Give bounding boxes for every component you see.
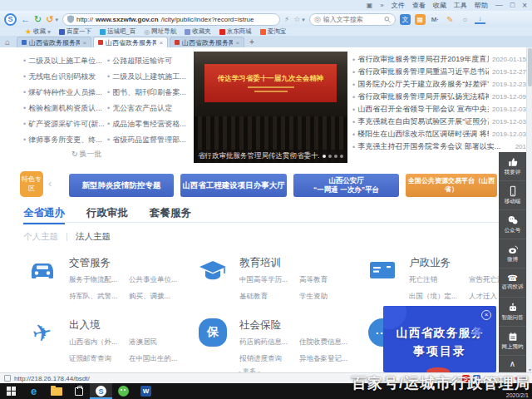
vertical-scrollbar[interactable]: ▾ xyxy=(526,47,532,372)
news-item[interactable]: •省行政审批服务管理局重温习近平总书记“...2019-12-27 xyxy=(352,66,526,78)
download-icon[interactable]: ↓ xyxy=(475,15,485,24)
quick-link[interactable]: •煤矿特种作业人员操... xyxy=(23,87,107,98)
menu-help[interactable]: 帮助 xyxy=(475,1,488,10)
category-link[interactable]: 证照邮寄查询 xyxy=(69,354,127,364)
subject-personal[interactable]: 个人主题 xyxy=(23,231,58,243)
sidebar-qa-button[interactable]: 智能问答 xyxy=(499,298,526,327)
quick-link[interactable]: •图书、期刊印刷备案... xyxy=(107,87,191,98)
start-button[interactable] xyxy=(0,383,22,399)
category-link[interactable]: 异地备案登记... xyxy=(299,354,347,364)
bookmark-baidu[interactable]: 百度一下 xyxy=(59,27,91,36)
category-link[interactable]: 公共事业单位... xyxy=(129,275,177,285)
extensions-icon[interactable]: M· xyxy=(430,14,441,25)
quick-link[interactable]: •无公害农产品认定 xyxy=(107,103,191,114)
category-link[interactable]: 学生资助 xyxy=(299,292,328,302)
category-title[interactable]: 社会保险 xyxy=(239,318,281,332)
quick-link[interactable]: •成品油零售经营资格... xyxy=(107,119,191,130)
category-link[interactable]: 中国高等学历... xyxy=(239,275,298,285)
bookmark-folder[interactable]: 收藏夹 xyxy=(185,27,211,36)
category-link[interactable]: 港澳居民 xyxy=(129,337,177,347)
speed-mode-icon[interactable]: ⚡ xyxy=(284,15,289,23)
taskbar-edge[interactable]: e xyxy=(22,383,45,399)
screenshot-pen-icon[interactable]: ✎ xyxy=(445,14,456,25)
quick-link[interactable]: •省级药品监督管理部... xyxy=(107,135,191,145)
news-item[interactable]: •李克强主持召开国务院常务会议 部署以实...201 xyxy=(352,140,526,153)
tab-zwfw-active[interactable]: 山西省政务服务网 × xyxy=(93,37,168,47)
quick-link[interactable]: •律师事务所变更、终... xyxy=(23,135,107,145)
quick-link[interactable]: •二级及以上建筑施工... xyxy=(107,71,191,82)
sidebar-weibo-button[interactable]: 微博 xyxy=(499,239,526,268)
search-icon[interactable] xyxy=(384,16,391,23)
category-link[interactable]: 高等教育 xyxy=(299,275,328,285)
account-icon[interactable]: ○ xyxy=(460,14,470,25)
popup-close-icon[interactable]: × xyxy=(481,310,491,320)
undo-close-button[interactable]: ↺ xyxy=(46,15,53,24)
banner-police-platform[interactable]: 山西公安厅“一网通 一次办”平台 xyxy=(293,174,399,197)
menu-favorites[interactable]: 收藏 xyxy=(433,1,446,10)
taskbar-wechat[interactable] xyxy=(112,383,135,399)
sidebar-wechat-button[interactable]: 公众号 xyxy=(499,210,526,239)
taskbar-explorer[interactable] xyxy=(45,383,67,399)
banner-construction-hall[interactable]: 山西省工程建设项目办事大厅 xyxy=(180,174,287,197)
close-button[interactable]: × xyxy=(522,2,527,9)
bookmark-yunchengba[interactable]: 运城吧_百 xyxy=(100,27,135,36)
back-button[interactable]: ← xyxy=(21,15,30,24)
quick-link[interactable]: •矿产资源采矿许可(新... xyxy=(23,119,107,130)
search-box[interactable]: ◎ xyxy=(309,13,396,26)
category-title[interactable]: 出入境 xyxy=(69,318,101,332)
news-item[interactable]: •省行政审批服务管理局开展弘扬宪法精神主...2019-12-09 xyxy=(352,91,526,103)
bookmark-taobao[interactable]: 爱淘宝 xyxy=(260,27,287,36)
category-link[interactable]: 住院收费信息... xyxy=(299,337,347,347)
menu-file[interactable]: 文件 xyxy=(392,1,405,10)
special-zone-badge[interactable]: 特色专区 xyxy=(20,171,43,197)
news-item[interactable]: •省行政审批服务管理局召开2019年度直属...2020-01-15 xyxy=(352,53,526,66)
new-tab-button[interactable]: + xyxy=(249,37,254,47)
scroll-down-icon[interactable]: ▾ xyxy=(527,367,532,372)
quick-link[interactable]: •公路超限运输许可 xyxy=(107,56,191,66)
translate-icon[interactable]: 文 xyxy=(400,14,411,25)
category-link[interactable]: 出国（境）定... xyxy=(409,292,467,302)
bookmark-jd[interactable]: 京东商城 xyxy=(219,27,252,36)
bookmark-favorites[interactable]: ★收藏▾ xyxy=(25,27,51,36)
carousel-dots[interactable] xyxy=(323,155,343,158)
taskbar-store[interactable] xyxy=(67,383,90,399)
search-input[interactable] xyxy=(323,16,382,23)
quick-link[interactable]: •无线电台识别码核发 xyxy=(23,71,107,82)
reading-mode-icon[interactable]: ▦ xyxy=(415,14,426,25)
sidebar-back-to-top-button[interactable]: ∧ xyxy=(499,356,526,372)
sogou-logo-icon[interactable]: S xyxy=(4,13,17,26)
tab-zwfw-login[interactable]: 山西省政务服务网统一... × xyxy=(170,37,244,47)
news-item[interactable]: •李克强就在自由贸易试验区开展“证照分离...2019-12-03 xyxy=(352,116,526,128)
tab-baidu-result[interactable]: 山西省政务服务网_百度... × xyxy=(17,37,91,47)
refresh-batch-link[interactable]: ↻换一批 xyxy=(71,149,102,160)
sidebar-consult-button[interactable]: ☎ 咨询投诉 xyxy=(499,268,526,298)
reload-button[interactable]: ↻ xyxy=(34,15,42,24)
category-title[interactable]: 户政业务 xyxy=(409,256,451,270)
banner-public-resource-platform[interactable]: 全国公共资源交易平台（山西省） xyxy=(406,174,497,197)
menu-overflow-icon[interactable]: » xyxy=(380,2,383,9)
scrollbar-thumb[interactable] xyxy=(528,48,532,86)
tab-close-icon[interactable]: × xyxy=(159,39,163,47)
home-icon[interactable]: ⌂ xyxy=(5,37,10,47)
taskbar-word[interactable]: W xyxy=(135,383,157,399)
category-title[interactable]: 交管服务 xyxy=(69,256,111,270)
category-title[interactable]: 教育培训 xyxy=(239,256,281,270)
category-link[interactable]: 山西省内（外... xyxy=(69,337,127,347)
news-item[interactable]: •国务院办公厅关于建立政务服务“好差评”...2019-12-23 xyxy=(352,78,526,91)
tab-close-icon[interactable]: × xyxy=(82,39,86,47)
menu-view[interactable]: 查看 xyxy=(412,1,426,10)
banner-prev-icon[interactable]: ‹ xyxy=(48,177,52,190)
restore-button[interactable]: □ xyxy=(510,2,515,9)
category-link[interactable]: 持军队、武警... xyxy=(69,292,127,302)
category-link[interactable]: 服务于物流配... xyxy=(69,275,127,285)
subject-legal[interactable]: 法人主题 xyxy=(76,231,111,243)
star-dropdown-icon[interactable]: ▾ xyxy=(302,15,305,24)
category-link[interactable]: 购买、调拨... xyxy=(129,292,177,302)
search-engine-icon[interactable]: ◎ xyxy=(314,15,321,23)
sidebar-appointment-button[interactable]: 网上预约 xyxy=(499,327,526,356)
menu-tools[interactable]: 工具 xyxy=(454,1,467,10)
window-layout-icon[interactable]: ▣ xyxy=(367,2,373,9)
undo-dropdown-icon[interactable]: ▾ xyxy=(55,15,58,24)
quick-link[interactable]: •检验检测机构资质认... xyxy=(23,103,107,114)
news-carousel-image[interactable]: 传达学习省委十一届九次全会精神 省行政审批服务管理局传达贯彻省委十... xyxy=(194,52,347,163)
